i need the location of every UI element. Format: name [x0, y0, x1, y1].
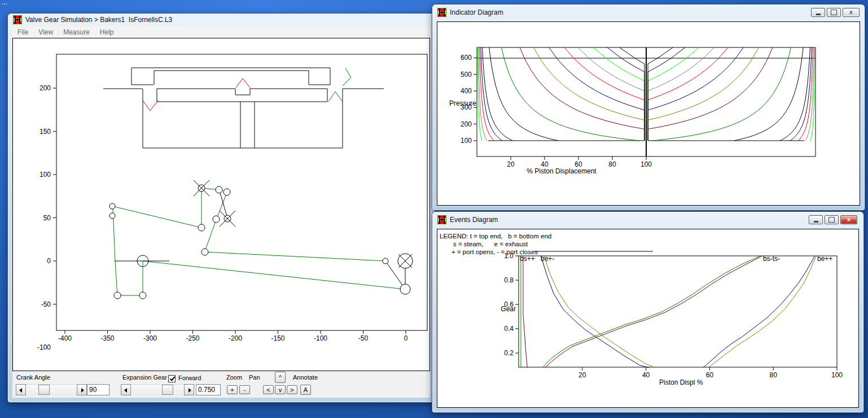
svg-text:100: 100: [40, 171, 51, 178]
svg-text:-150: -150: [271, 334, 284, 342]
indicator-window: Indicator Diagram X 10020030040050060020…: [432, 5, 865, 210]
crank-angle-input[interactable]: [87, 384, 109, 395]
app-icon: [437, 8, 446, 17]
events-window-title: Events Diagram: [450, 216, 498, 224]
app-icon-graphic: [437, 215, 446, 224]
main-titlebar[interactable]: Valve Gear Simulation > Bakers1 IsFornel…: [8, 14, 435, 26]
svg-text:100: 100: [461, 137, 472, 145]
svg-text:500: 500: [461, 71, 472, 79]
svg-text:-50: -50: [358, 334, 369, 342]
svg-text:-350: -350: [100, 334, 114, 342]
svg-text:bs++: bs++: [520, 255, 535, 263]
events-window: Events Diagram X LEGEND: t = top end, b …: [432, 212, 863, 412]
indicator-plot-canvas: 10020030040050060020406080100Pressure% P…: [437, 22, 860, 205]
svg-text:Pressure: Pressure: [449, 99, 476, 107]
svg-text:200: 200: [461, 120, 472, 128]
minimize-icon: [814, 221, 818, 223]
scroll-left-arrow-icon[interactable]: [16, 384, 26, 395]
svg-text:80: 80: [608, 160, 616, 168]
app-icon-graphic: [13, 15, 22, 24]
minimize-button[interactable]: [809, 215, 823, 224]
maximize-button[interactable]: [825, 215, 839, 224]
svg-text:Piston Displ %: Piston Displ %: [659, 378, 703, 386]
menu-bar: File View Measure Help: [12, 26, 430, 38]
close-icon: X: [847, 217, 851, 223]
pan-right-button[interactable]: >: [287, 385, 297, 394]
crank-angle-scrollbar[interactable]: [16, 384, 87, 395]
menu-measure[interactable]: Measure: [58, 28, 95, 36]
svg-text:-400: -400: [58, 334, 72, 342]
indicator-titlebar[interactable]: Indicator Diagram X: [432, 5, 865, 20]
pan-down-button[interactable]: v: [275, 385, 286, 394]
crank-scrollbar-thumb[interactable]: [38, 385, 50, 395]
expansion-gear-scrollbar[interactable]: [121, 384, 194, 395]
forward-label: Forward: [178, 375, 201, 381]
svg-text:400: 400: [461, 87, 472, 95]
expansion-gear-label: Expansion Gear: [122, 374, 167, 381]
scroll-left-arrow-icon[interactable]: [121, 384, 131, 395]
scroll-right-arrow-icon[interactable]: [184, 384, 194, 395]
close-icon: X: [849, 10, 853, 15]
svg-text:60: 60: [706, 371, 714, 379]
zoom-in-button[interactable]: +: [227, 385, 238, 394]
crank-angle-label: Crank Angle: [16, 374, 50, 381]
minimize-icon: [816, 14, 821, 15]
indicator-plot-area: 10020030040050060020406080100Pressure% P…: [437, 21, 860, 206]
indicator-window-title: Indicator Diagram: [450, 8, 503, 16]
svg-text:80: 80: [770, 371, 778, 379]
control-bar: Crank Angle Expansion Gear Forward Zoom …: [12, 371, 430, 398]
minimize-button[interactable]: [811, 8, 825, 17]
svg-text:-200: -200: [229, 334, 242, 342]
crank-scrollbar-track[interactable]: [26, 384, 77, 395]
pan-label: Pan: [249, 374, 260, 381]
svg-text:20: 20: [507, 160, 515, 168]
svg-text:50: 50: [43, 214, 51, 222]
legend-line-1: LEGEND: t = top end, b = bottom end: [440, 233, 551, 240]
close-button[interactable]: X: [843, 8, 860, 17]
valve-gear-plot-canvas: 200150100500-50-100-400-350-300-250-200-…: [13, 38, 429, 371]
pan-left-button[interactable]: <: [263, 385, 274, 394]
expansion-scrollbar-thumb[interactable]: [162, 385, 173, 395]
expansion-gear-input[interactable]: [196, 384, 221, 395]
svg-text:600: 600: [461, 54, 472, 62]
menu-view[interactable]: View: [33, 28, 58, 36]
legend-line-2: s = steam, e = exhaust: [453, 241, 528, 247]
svg-text:200: 200: [40, 84, 51, 92]
svg-text:0: 0: [404, 334, 408, 342]
scroll-right-arrow-icon[interactable]: [77, 384, 87, 395]
svg-text:-300: -300: [143, 334, 157, 342]
close-button[interactable]: X: [840, 215, 857, 224]
svg-text:100: 100: [641, 160, 652, 168]
forward-checkbox[interactable]: [168, 375, 176, 382]
svg-text:Gear: Gear: [501, 305, 516, 313]
events-plot-canvas: 1.00.80.60.40.220406080100GearPiston Dis…: [437, 229, 858, 407]
main-window: Valve Gear Simulation > Bakers1 IsFornel…: [8, 14, 435, 402]
menu-file[interactable]: File: [12, 28, 33, 36]
desktop-overflow-text: ...: [2, 0, 7, 6]
maximize-icon: [828, 217, 835, 223]
svg-text:bs-ts-: bs-ts-: [763, 255, 780, 263]
svg-text:% Piston Displacement: % Piston Displacement: [527, 167, 597, 175]
annotate-button[interactable]: A: [300, 385, 311, 395]
svg-text:20: 20: [578, 371, 586, 379]
events-titlebar[interactable]: Events Diagram X: [432, 212, 863, 228]
maximize-button[interactable]: [827, 8, 841, 17]
svg-text:-250: -250: [186, 334, 199, 342]
legend-line-3: + = port opens, - = port closes: [451, 249, 538, 255]
main-plot-area: 200150100500-50-100-400-350-300-250-200-…: [12, 38, 430, 371]
svg-text:100: 100: [831, 371, 843, 379]
menu-help[interactable]: Help: [95, 28, 119, 36]
svg-text:150: 150: [40, 128, 51, 136]
svg-text:-50: -50: [41, 301, 51, 308]
zoom-out-button[interactable]: -: [239, 385, 250, 394]
svg-text:0: 0: [47, 257, 51, 265]
annotate-label: Annotate: [293, 374, 318, 381]
app-icon: [437, 215, 446, 224]
svg-text:-100: -100: [37, 343, 51, 351]
pan-up-button[interactable]: ^: [275, 372, 286, 383]
svg-text:0.4: 0.4: [504, 325, 514, 333]
svg-text:0.8: 0.8: [504, 276, 514, 284]
main-window-title: Valve Gear Simulation > Bakers1 IsFornel…: [25, 16, 172, 24]
expansion-scrollbar-track[interactable]: [131, 384, 184, 395]
app-icon: [13, 15, 22, 24]
